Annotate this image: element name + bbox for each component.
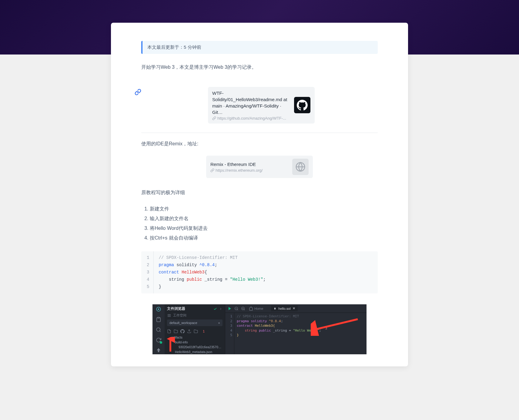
divider [141,133,378,133]
tree-buildinfo[interactable]: build-info [167,340,223,345]
globe-icon [292,159,309,175]
deploy-icon[interactable] [156,347,162,353]
check-icon[interactable] [213,307,217,311]
step-2: 输入新建的文件名 [150,214,378,223]
remix-ide: 文件浏览器 工作空间 default_workspace ● [152,304,367,354]
editor-tab-hello[interactable]: hello.sol ✕ [271,306,297,311]
editor-code: // SPDX-License-Identifier: MIT pragma s… [234,313,323,354]
upload-icon[interactable] [187,329,191,333]
file-toolbar: 1 [165,329,225,335]
file-explorer-icon[interactable] [156,316,162,322]
svg-line-6 [159,331,160,332]
svg-point-3 [158,309,159,310]
close-tab-icon[interactable]: ✕ [293,306,295,310]
link-section-2: Remix - Ethereum IDE https://remix.ether… [141,156,378,178]
remix-link-url: https://remix.ethereum.org/ [216,168,263,173]
github-link-title: WTF-Solidity/01_HelloWeb3/readme.md at m… [212,90,290,115]
svg-rect-4 [158,317,159,318]
step-4: 按Ctrl+s 就会自动编译 [150,233,378,243]
home-icon [249,306,253,311]
ide-intro-paragraph: 使用的IDE是Remix，地址: [141,140,378,148]
workspace-row: 工作空间 [165,313,225,319]
steps-list: 新建文件 输入新建的文件名 将Hello Word代码复制进去 按Ctrl+s … [150,204,378,243]
svg-line-13 [237,309,238,310]
tree-metadata[interactable]: HelloWeb3_metadata.json [167,350,223,355]
svg-marker-11 [229,307,231,310]
chevron-right-icon[interactable] [219,307,223,311]
ide-sidebar-header: 文件浏览器 [165,304,225,313]
ide-sidebar: 文件浏览器 工作空间 default_workspace ● [165,304,225,354]
remix-logo-icon[interactable] [156,306,162,312]
file-tree: artifacts build-info 93020e018f7a82c6ea2… [165,335,225,354]
solidity-file-icon [273,307,276,310]
step-1: 新建文件 [150,204,378,214]
code-content: // SPDX-License-Identifier: MIT pragma s… [154,251,270,293]
workspace-label: 工作空间 [173,313,186,318]
github-icon [294,97,310,113]
workspace-select[interactable]: default_workspace ● [167,319,223,326]
remix-link-card[interactable]: Remix - Ethereum IDE https://remix.ether… [206,156,313,178]
code-block: 1 2 3 4 5 // SPDX-License-Identifier: MI… [141,251,378,293]
ide-activity-bar [152,304,165,354]
step-3: 将Hello Word代码复制进去 [150,223,378,233]
select-indicator: ● [218,321,220,325]
annotation-1: 1 [203,329,205,333]
svg-point-5 [156,328,160,332]
link-section-1: WTF-Solidity/01_HelloWeb3/readme.md at m… [141,87,378,124]
code-gutter: 1 2 3 4 5 [141,251,154,293]
new-file-icon[interactable] [167,329,171,333]
ide-screenshot-wrap: 文件浏览器 工作空间 default_workspace ● [141,304,378,354]
page-wrap: 本文最后更新于：5 分钟前 开始学习Web 3，本文是博主学习Web 3的学习记… [0,23,519,379]
update-note-text: 本文最后更新于：5 分钟前 [147,45,201,50]
editor-gutter: 1 2 3 4 5 [225,313,234,354]
ide-topbar: Home hello.sol ✕ [225,304,367,313]
github-link-card[interactable]: WTF-Solidity/01_HelloWeb3/readme.md at m… [208,87,315,124]
intro-paragraph: 开始学习Web 3，本文是博主学习Web 3的学习记录。 [141,63,378,72]
github-link-url: https://github.com/AmazingAng/WTF-... [217,116,286,121]
article-card: 本文最后更新于：5 分钟前 开始学习Web 3，本文是博主学习Web 3的学习记… [111,23,408,366]
detail-paragraph: 原教程写的极为详细 [141,188,378,197]
github-sm-icon[interactable] [180,329,185,333]
home-tab[interactable]: Home [248,306,264,311]
svg-line-16 [244,309,245,310]
new-folder-icon[interactable] [174,329,178,333]
zoom-in-icon[interactable] [241,306,245,311]
tree-hash[interactable]: 93020e018f7a82c6ea23570e5ef3fa40.j... [167,345,223,350]
tree-artifacts[interactable]: artifacts [167,335,223,340]
zoom-out-icon[interactable] [234,306,239,311]
ide-main: Home hello.sol ✕ 1 2 3 4 [225,304,367,354]
remix-link-title: Remix - Ethereum IDE [210,161,288,167]
compile-icon[interactable] [156,337,162,343]
play-icon[interactable] [228,306,232,311]
update-note: 本文最后更新于：5 分钟前 [141,41,378,54]
search-icon[interactable] [156,327,162,333]
hamburger-icon[interactable] [167,313,171,318]
file-explorer-title: 文件浏览器 [167,306,185,311]
annotation-3: 3 [325,326,327,331]
workspace-name: default_workspace [169,321,197,325]
load-icon[interactable] [194,329,198,333]
link-icon [135,89,141,97]
ide-editor[interactable]: 1 2 3 4 5 // SPDX-License-Identifier: MI… [225,313,367,354]
